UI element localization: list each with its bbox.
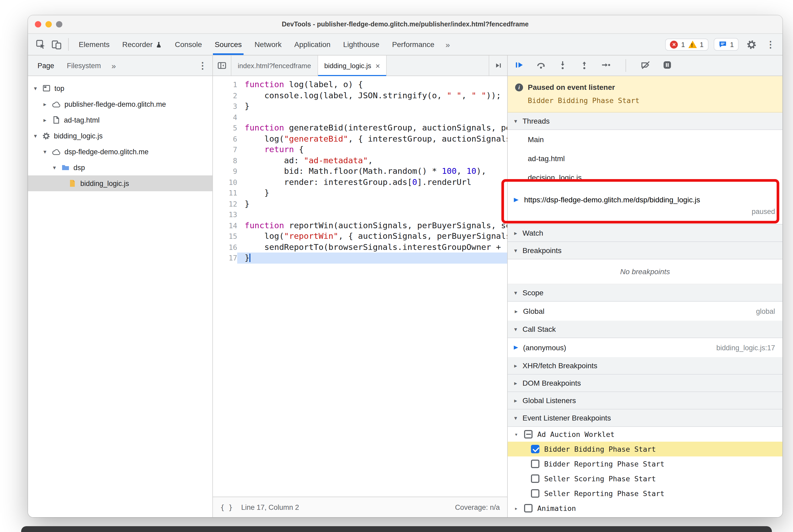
dom-breakpoints-section-header[interactable]: ▸ DOM Breakpoints [508, 375, 782, 392]
tree-item-top[interactable]: ▾ top [28, 80, 212, 96]
pretty-print-icon[interactable]: { } [220, 503, 233, 511]
close-window-button[interactable] [35, 21, 41, 27]
code-line[interactable]: 1function log(label, o) { [213, 79, 507, 90]
title-bar[interactable]: DevTools - publisher-fledge-demo.glitch.… [28, 15, 782, 34]
expander-down-icon[interactable]: ▾ [42, 148, 48, 155]
watch-section-header[interactable]: ▸ Watch [508, 224, 782, 242]
code-line[interactable]: 8 ad: "ad-metadata", [213, 155, 507, 166]
elb-item-bidder-bidding-phase-start[interactable]: Bidder Bidding Phase Start [508, 442, 782, 456]
tab-overflow-icon[interactable] [489, 55, 507, 76]
deactivate-breakpoints-icon[interactable] [640, 59, 651, 72]
tab-filesystem[interactable]: Filesystem [60, 55, 107, 76]
line-number[interactable]: 9 [213, 166, 237, 177]
line-number[interactable]: 5 [213, 122, 237, 133]
step-out-icon[interactable] [579, 59, 590, 72]
device-toolbar-icon[interactable] [49, 37, 64, 52]
inspect-element-icon[interactable] [33, 37, 48, 52]
errors-warnings-badge[interactable]: × 1 ! 1 [665, 38, 709, 51]
tab-network[interactable]: Network [249, 34, 287, 55]
thread-item-ad-tag[interactable]: ad-tag.html [508, 149, 782, 168]
tab-console[interactable]: Console [169, 34, 208, 55]
step-over-icon[interactable] [536, 59, 546, 72]
code-line[interactable]: 9 bid: Math.floor(Math.random() * 100, 1… [213, 166, 507, 177]
line-number[interactable]: 3 [213, 101, 237, 112]
minimize-window-button[interactable] [45, 21, 52, 27]
pause-on-exceptions-icon[interactable] [662, 59, 673, 72]
main-menu-kebab-icon[interactable]: ⋮ [764, 39, 777, 50]
tree-item-publisher-origin[interactable]: ▸ publisher-fledge-demo.glitch.me [28, 96, 212, 112]
tab-sources[interactable]: Sources [209, 34, 248, 55]
code-line[interactable]: 12} [213, 198, 507, 209]
elb-group-ad-auction-worklet[interactable]: ▾ Ad Auction Worklet [508, 427, 782, 442]
unchecked-checkbox[interactable] [531, 474, 540, 483]
elb-group-animation[interactable]: ▸ Animation [508, 501, 782, 516]
tab-performance[interactable]: Performance [386, 34, 440, 55]
elb-item-seller-scoring-phase-start[interactable]: Seller Scoring Phase Start [508, 471, 782, 486]
event-listener-breakpoints-section-header[interactable]: ▾ Event Listener Breakpoints [508, 410, 782, 427]
line-number[interactable]: 10 [213, 177, 237, 188]
resume-script-icon[interactable] [514, 59, 525, 72]
tree-item-dsp-origin[interactable]: ▾ dsp-fledge-demo.glitch.me [28, 144, 212, 159]
editor-tab-bidding-logic[interactable]: bidding_logic.js × [318, 55, 387, 76]
tab-elements[interactable]: Elements [73, 34, 115, 55]
thread-item-bidding-logic-current[interactable]: https://dsp-fledge-demo.glitch.me/dsp/bi… [508, 187, 782, 224]
call-stack-section-header[interactable]: ▾ Call Stack [508, 321, 782, 338]
call-stack-frame[interactable]: (anonymous) bidding_logic.js:17 [508, 338, 782, 357]
indeterminate-checkbox[interactable] [524, 430, 532, 438]
line-number[interactable]: 12 [213, 198, 237, 209]
code-line[interactable]: 5function generateBid(interestGroup, auc… [213, 122, 507, 133]
code-line[interactable]: 17} [213, 252, 507, 263]
expander-right-icon[interactable]: ▸ [42, 116, 48, 124]
code-line[interactable]: 2 console.log(label, JSON.stringify(o, "… [213, 90, 507, 101]
tree-item-ad-tag[interactable]: ▸ ad-tag.html [28, 112, 212, 128]
line-number[interactable]: 1 [213, 79, 237, 90]
scope-section-header[interactable]: ▾ Scope [508, 284, 782, 302]
code-line[interactable]: 7 return { [213, 144, 507, 155]
expander-down-icon[interactable]: ▾ [32, 132, 39, 139]
tab-page[interactable]: Page [31, 55, 60, 76]
line-number[interactable]: 14 [213, 220, 237, 231]
settings-gear-icon[interactable] [744, 37, 759, 52]
code-editor[interactable]: 1function log(label, o) {2 console.log(l… [213, 76, 507, 497]
code-line[interactable]: 15 log("reportWin", { auctionSignals, pe… [213, 231, 507, 242]
global-listeners-section-header[interactable]: ▸ Global Listeners [508, 392, 782, 410]
expander-right-icon[interactable]: ▸ [42, 101, 48, 108]
line-number[interactable]: 4 [213, 112, 237, 122]
tree-item-bidding-logic-file[interactable]: bidding_logic.js [28, 175, 212, 191]
line-number[interactable]: 7 [213, 144, 237, 155]
line-number[interactable]: 11 [213, 188, 237, 198]
line-number[interactable]: 13 [213, 209, 237, 220]
elb-item-bidder-reporting-phase-start[interactable]: Bidder Reporting Phase Start [508, 456, 782, 471]
tab-lighthouse[interactable]: Lighthouse [337, 34, 385, 55]
thread-item-decision-logic[interactable]: decision_logic.js [508, 168, 782, 187]
code-line[interactable]: 13 [213, 209, 507, 220]
breakpoints-section-header[interactable]: ▾ Breakpoints [508, 242, 782, 260]
code-line[interactable]: 10 render: interestGroup.ads[0].renderUr… [213, 177, 507, 188]
elb-item-seller-reporting-phase-start[interactable]: Seller Reporting Phase Start [508, 486, 782, 501]
unchecked-checkbox[interactable] [531, 460, 540, 468]
expander-right-icon[interactable]: ▸ [513, 505, 519, 512]
unchecked-checkbox[interactable] [524, 504, 532, 512]
toggle-navigator-icon[interactable] [213, 55, 231, 76]
code-line[interactable]: 14function reportWin(auctionSignals, per… [213, 220, 507, 231]
code-line[interactable]: 11 } [213, 188, 507, 198]
issues-badge[interactable]: 1 [714, 38, 739, 51]
editor-tab-index-html[interactable]: index.html?fencedframe [231, 55, 318, 76]
navigator-menu-kebab-icon[interactable]: ⋮ [196, 60, 209, 71]
thread-item-main[interactable]: Main [508, 130, 782, 149]
code-line[interactable]: 4 [213, 112, 507, 122]
code-line[interactable]: 6 log("generateBid", { interestGroup, au… [213, 133, 507, 144]
line-number[interactable]: 15 [213, 231, 237, 242]
expander-right-icon[interactable]: ▸ [513, 308, 519, 315]
close-tab-icon[interactable]: × [375, 61, 380, 70]
line-number[interactable]: 8 [213, 155, 237, 166]
tab-application[interactable]: Application [288, 34, 336, 55]
more-navigator-tabs-icon[interactable]: » [107, 61, 120, 70]
unchecked-checkbox[interactable] [531, 489, 540, 498]
xhr-breakpoints-section-header[interactable]: ▸ XHR/fetch Breakpoints [508, 357, 782, 375]
expander-down-icon[interactable]: ▾ [51, 164, 58, 171]
expander-down-icon[interactable]: ▾ [32, 85, 39, 92]
code-line[interactable]: 3} [213, 101, 507, 112]
tree-item-dsp-folder[interactable]: ▾ dsp [28, 159, 212, 175]
more-panels-icon[interactable]: » [441, 40, 454, 49]
